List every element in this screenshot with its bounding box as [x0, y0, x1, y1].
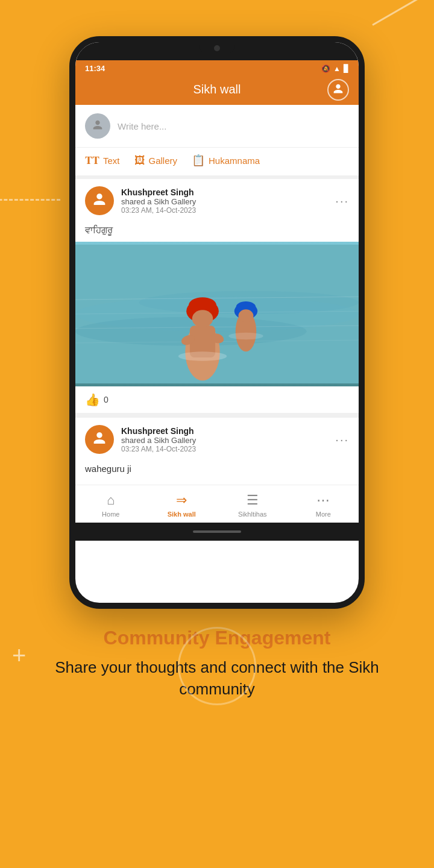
app-header: Sikh wall	[75, 77, 359, 105]
svg-point-20	[228, 333, 263, 340]
post-type-bar: 𝐓𝐓 Text 🖼 Gallery 📋 Hukamnama	[75, 148, 359, 179]
swim-scene-svg	[75, 242, 359, 386]
sikh-itihas-label: SikhItihas	[238, 511, 267, 518]
phone-notch-bar	[75, 42, 359, 60]
post-1-action: shared a Sikh Gallery	[121, 197, 328, 206]
post-1-more-button[interactable]: ···	[335, 194, 349, 208]
hukamnama-label: Hukamnama	[209, 156, 260, 166]
text-icon: 𝐓𝐓	[85, 154, 99, 167]
person-icon-2	[91, 431, 108, 448]
nav-more[interactable]: ⋯ More	[288, 490, 359, 520]
hukamnama-post-button[interactable]: 📋 Hukamnama	[192, 154, 260, 167]
post-1-avatar	[85, 186, 114, 215]
promo-subtitle: Share your thoughts and connect with the…	[24, 656, 410, 700]
text-label: Text	[103, 156, 120, 166]
person-icon	[91, 192, 108, 209]
post-1-header: Khushpreet Singh shared a Sikh Gallery 0…	[75, 179, 359, 222]
post-1: Khushpreet Singh shared a Sikh Gallery 0…	[75, 179, 359, 413]
user-icon	[91, 119, 104, 133]
post-2-time: 03:23 AM, 14-Oct-2023	[121, 445, 328, 453]
more-label: More	[316, 511, 331, 518]
post-1-image	[75, 242, 359, 386]
current-user-avatar	[85, 113, 110, 139]
post-2-action: shared a Sikh Gallery	[121, 436, 328, 445]
text-post-button[interactable]: 𝐓𝐓 Text	[85, 154, 120, 167]
nav-home[interactable]: ⌂ Home	[75, 490, 146, 520]
home-label: Home	[102, 511, 119, 518]
post-2-author: Khushpreet Singh	[121, 426, 328, 436]
status-time: 11:34	[85, 64, 105, 73]
post-2-more-button[interactable]: ···	[335, 433, 349, 447]
gallery-post-button[interactable]: 🖼 Gallery	[134, 154, 178, 167]
like-count: 0	[104, 395, 108, 404]
write-input[interactable]: Write here...	[118, 121, 349, 131]
nav-sikh-itihas[interactable]: ☰ SikhItihas	[217, 490, 288, 520]
hukamnama-icon: 📋	[192, 154, 205, 167]
news-icon: ☰	[247, 492, 259, 508]
status-icons: 🔕 ▲ ▊	[321, 64, 349, 73]
phone-body: 11:34 🔕 ▲ ▊ Sikh wall	[69, 36, 365, 609]
write-post-area: Write here...	[75, 105, 359, 148]
svg-point-19	[238, 309, 253, 322]
profile-icon	[332, 83, 345, 96]
post-1-time: 03:23 AM, 14-Oct-2023	[121, 206, 328, 215]
phone-mockup: 11:34 🔕 ▲ ▊ Sikh wall	[0, 0, 434, 609]
post-2-header: Khushpreet Singh shared a Sikh Gallery 0…	[75, 418, 359, 461]
home-indicator-bar	[75, 523, 359, 541]
share-icon: ⇒	[176, 492, 187, 508]
post-1-actions: 👍 0	[75, 386, 359, 413]
post-1-caption: ਵਾਹਿਗੁਰੂ	[75, 222, 359, 242]
like-button[interactable]: 👍 0	[85, 392, 108, 407]
post-2: Khushpreet Singh shared a Sikh Gallery 0…	[75, 418, 359, 480]
nav-sikh-wall[interactable]: ⇒ Sikh wall	[146, 490, 218, 520]
home-icon: ⌂	[107, 492, 115, 508]
gallery-label: Gallery	[149, 156, 178, 166]
promo-section: Community Engagement Share your thoughts…	[0, 609, 434, 725]
notification-muted-icon: 🔕	[321, 64, 330, 73]
camera	[214, 45, 220, 51]
svg-point-12	[192, 310, 213, 327]
svg-point-15	[178, 351, 227, 360]
post-2-caption: waheguru ji	[75, 461, 359, 480]
home-indicator	[193, 530, 241, 533]
more-icon: ⋯	[316, 492, 330, 508]
status-bar: 11:34 🔕 ▲ ▊	[75, 60, 359, 77]
app-content: Write here... 𝐓𝐓 Text 🖼 Gallery 📋 Hukamn…	[75, 105, 359, 480]
gallery-icon: 🖼	[134, 154, 145, 167]
wifi-icon: ▲	[333, 64, 341, 73]
battery-icon: ▊	[344, 64, 349, 73]
thumbs-up-icon: 👍	[85, 392, 100, 407]
profile-button[interactable]	[327, 79, 349, 101]
app-title: Sikh wall	[193, 83, 241, 96]
bottom-nav: ⌂ Home ⇒ Sikh wall ☰ SikhItihas ⋯ More	[75, 485, 359, 523]
post-1-author: Khushpreet Singh	[121, 187, 328, 197]
post-2-avatar	[85, 425, 114, 454]
post-1-info: Khushpreet Singh shared a Sikh Gallery 0…	[121, 187, 328, 215]
notch	[199, 42, 235, 54]
promo-title: Community Engagement	[24, 627, 410, 649]
post-2-info: Khushpreet Singh shared a Sikh Gallery 0…	[121, 426, 328, 453]
sikh-wall-label: Sikh wall	[168, 511, 196, 518]
